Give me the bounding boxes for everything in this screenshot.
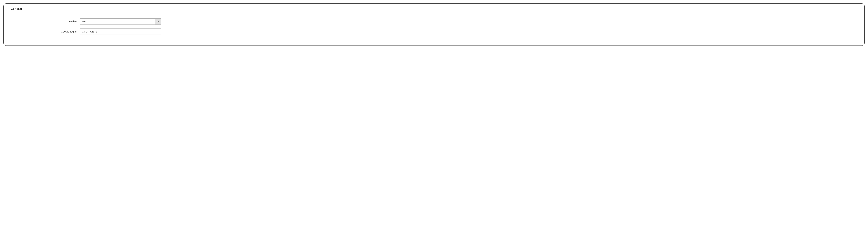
chevron-down-icon[interactable]	[155, 19, 161, 25]
enable-select-value[interactable]: Yes	[80, 19, 155, 25]
enable-label: Enable	[10, 20, 76, 23]
enable-row: Enable Yes	[10, 19, 858, 25]
google-tag-id-row: Google Tag Id	[10, 28, 858, 35]
general-section: General Enable Yes Google Tag Id	[3, 3, 865, 46]
section-title: General	[10, 7, 858, 10]
google-tag-id-input[interactable]	[80, 28, 161, 35]
google-tag-id-label: Google Tag Id	[10, 30, 76, 33]
enable-select[interactable]: Yes	[80, 19, 161, 25]
